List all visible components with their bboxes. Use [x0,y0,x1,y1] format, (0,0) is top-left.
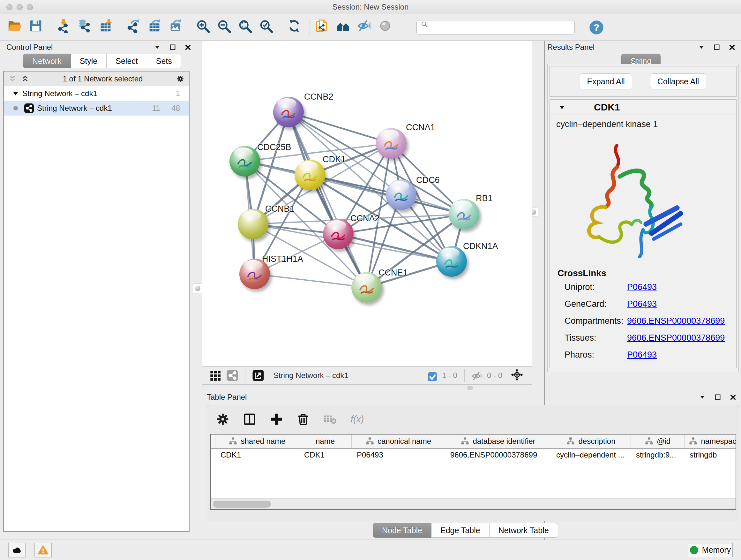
trash-button[interactable] [296,412,311,427]
new-network-from-selection-button[interactable] [315,18,333,37]
node-CDC25B[interactable] [229,146,260,177]
table-cell[interactable]: CDK1 [299,449,352,462]
column-header-shared-name[interactable]: shared name [215,435,299,448]
tab-network[interactable]: Network [23,54,71,68]
gene-expand-icon[interactable] [558,104,566,111]
table-cell[interactable]: P06493 [352,449,445,462]
node-CDK1[interactable] [294,160,325,190]
memory-button[interactable]: Memory [688,543,733,557]
column-header-@id[interactable]: @id [631,435,684,448]
left-splitter-handle[interactable] [193,284,202,293]
table-delete-button[interactable] [323,412,337,427]
zoom-selected-button[interactable] [259,18,277,37]
node-CCNB1[interactable] [238,209,268,240]
edge-CCNB2-CCNA1[interactable] [288,112,391,143]
column-header-description[interactable]: description [551,435,631,448]
open-session-button[interactable] [7,18,25,37]
table-cell[interactable]: stringdb [684,449,736,462]
table-float-icon[interactable] [714,394,721,401]
tab-network-table[interactable]: Network Table [489,523,558,538]
results-float-icon[interactable] [713,44,720,51]
close-panel-icon[interactable] [185,44,192,51]
gear-button[interactable] [215,412,230,427]
node-CDC6[interactable] [386,179,416,210]
scrollbar-thumb[interactable] [213,501,271,508]
import-network-database-button[interactable] [77,18,95,37]
table-cell[interactable]: stringdb:9... [631,449,684,462]
network-options-gear-icon[interactable] [176,75,185,83]
export-table-button[interactable] [147,18,165,37]
crosslink-link[interactable]: P06493 [627,299,657,309]
results-menu-icon[interactable] [698,44,705,51]
collapse-all-icon[interactable] [8,75,17,83]
float-panel-icon[interactable] [169,44,176,51]
help-button[interactable]: ? [588,19,605,36]
collapse-all-button[interactable]: Collapse All [650,73,706,89]
import-table-file-button[interactable] [98,18,116,37]
collection-expand-icon[interactable] [12,90,19,97]
crosslink-link[interactable]: 9606.ENSP00000378699 [627,333,725,343]
node-CCNA2[interactable] [323,219,354,249]
table-cell[interactable]: cyclin–dependent ... [551,449,631,462]
expand-all-icon[interactable] [21,75,29,83]
zoom-out-button[interactable] [217,18,235,37]
network-share-view-icon[interactable] [226,369,239,382]
results-close-icon[interactable] [729,44,736,51]
zoom-fit-button[interactable] [238,18,256,37]
node-CCNA1[interactable] [376,128,407,159]
detach-view-icon[interactable] [252,369,265,382]
crosshair-icon[interactable] [511,368,525,382]
cloud-button[interactable] [8,543,25,557]
node-CCNB2[interactable] [273,97,304,127]
column-header-name[interactable]: name [299,435,352,448]
crosslink-link[interactable]: P06493 [627,350,657,360]
tab-select[interactable]: Select [107,54,147,68]
table-menu-icon[interactable] [699,394,706,401]
zoom-in-button[interactable] [196,18,214,37]
selected-checkbox-icon[interactable] [427,370,437,381]
export-network-button[interactable] [126,18,144,37]
export-image-button[interactable] [168,18,186,37]
panel-menu-icon[interactable] [154,44,161,51]
table-close-icon[interactable] [730,394,737,401]
search-box[interactable] [416,20,575,35]
export-table-icon [147,18,165,37]
grid-view-icon[interactable] [209,369,222,382]
crosslink-link[interactable]: P06493 [627,282,657,292]
refresh-button[interactable] [287,18,305,37]
column-header-canonical-name[interactable]: canonical name [352,435,445,448]
network-row-selected[interactable]: String Network – cdk1 11 48 [4,101,189,116]
edge-HIST1H1A-CCNE1[interactable] [255,274,367,287]
column-header-namespace[interactable]: namespace [684,435,736,448]
expand-all-button[interactable]: Expand All [580,73,632,89]
columns-button[interactable] [242,412,257,427]
fx-button[interactable]: f(x) [349,412,364,427]
node-CDKN1A[interactable] [436,246,467,277]
table-cell[interactable]: CDK1 [215,449,299,462]
gene-card-header[interactable]: CDK1 [550,100,736,115]
import-network-file-button[interactable] [56,18,74,37]
plus-button[interactable] [269,412,284,427]
horizontal-splitter-handle[interactable] [467,386,473,390]
node-table[interactable]: shared namenamecanonical namedatabase id… [210,434,736,510]
tab-sets[interactable]: Sets [147,54,181,68]
table-row[interactable]: CDK1CDK1P064939606.ENSP00000378699cyclin… [211,449,736,462]
warning-button[interactable] [35,543,52,557]
string-home-button[interactable] [336,18,354,37]
network-canvas[interactable]: CCNB2CCNA1CDC25BCDK1CDC6RB1CCNB1CCNA2CDK… [202,41,532,366]
node-CCNE1[interactable] [351,272,382,303]
tab-edge-table[interactable]: Edge Table [431,523,489,538]
network-collection-row[interactable]: String Network – cdk1 1 [4,86,189,101]
save-session-button[interactable] [28,18,46,37]
hide-selected-button[interactable] [357,18,375,37]
search-input[interactable] [470,23,570,32]
show-all-button[interactable] [378,18,396,37]
tab-style[interactable]: Style [71,54,107,68]
node-RB1[interactable] [449,199,479,230]
table-horizontal-scrollbar[interactable] [211,498,736,509]
column-header-database-identifier[interactable]: database identifier [445,435,551,448]
crosslink-link[interactable]: 9606.ENSP00000378699 [627,316,725,326]
hidden-eye-slash-icon[interactable] [471,370,482,381]
tab-node-table[interactable]: Node Table [373,523,431,538]
table-cell[interactable]: 9606.ENSP00000378699 [445,449,551,462]
